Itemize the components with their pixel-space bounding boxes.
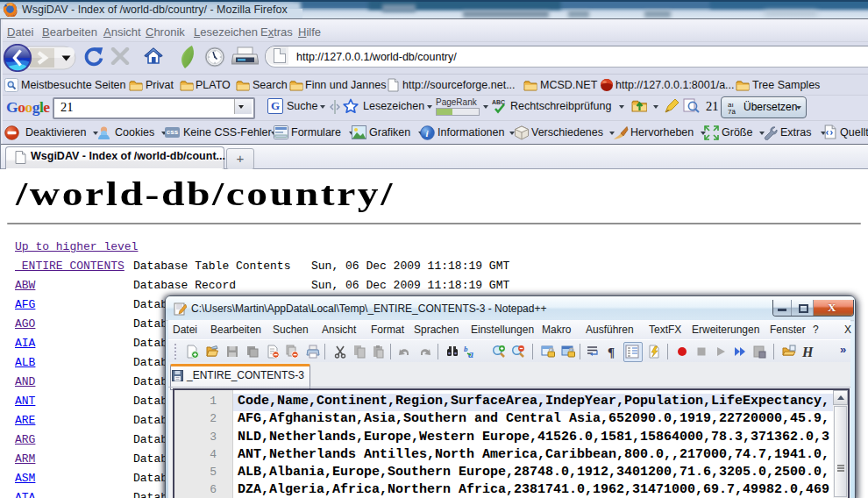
svg-text:7ä: 7ä [728, 108, 736, 115]
svg-text:¶: ¶ [608, 345, 615, 359]
svg-text:H: H [801, 345, 814, 359]
svg-text:a: a [468, 348, 473, 359]
